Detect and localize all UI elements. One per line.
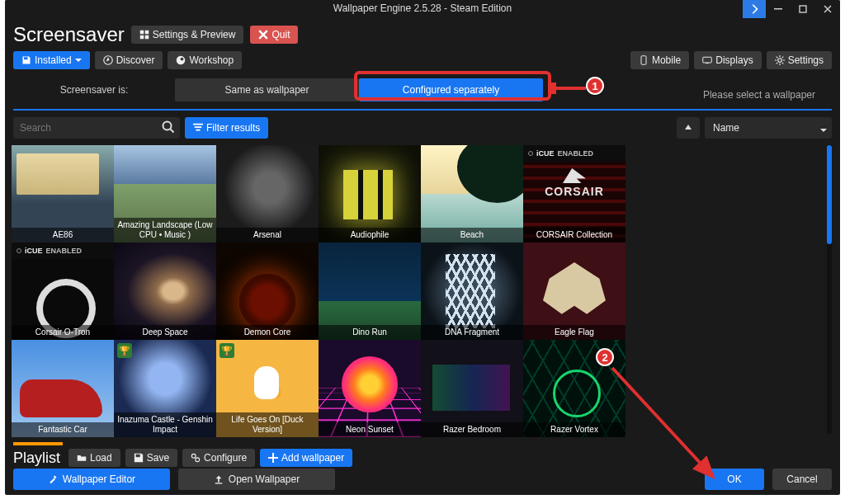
wallpaper-tile[interactable]: Dino Run xyxy=(319,243,421,340)
wallpaper-tile-label: CORSAIR Collection xyxy=(523,228,625,243)
svg-rect-10 xyxy=(641,56,646,65)
wallpaper-tile[interactable]: Razer Bedroom xyxy=(421,340,523,437)
gear-icon xyxy=(775,55,785,65)
wallpaper-tile-label: Arsenal xyxy=(216,228,319,243)
settings-label: Settings xyxy=(788,54,824,66)
settings-button[interactable]: Settings xyxy=(767,51,832,69)
wallpaper-tile[interactable]: 🏆Life Goes On [Duck Version] xyxy=(216,340,319,437)
chevron-down-icon xyxy=(75,57,82,64)
wallpaper-tile-label: DNA Fragment xyxy=(421,325,523,340)
installed-label: Installed xyxy=(35,54,72,66)
maximize-button[interactable] xyxy=(791,0,815,18)
wallpaper-tile[interactable]: Eagle Flag xyxy=(523,243,625,340)
quit-button[interactable]: Quit xyxy=(250,26,298,44)
wallpaper-tile[interactable]: Arsenal xyxy=(216,145,319,243)
wallpaper-tile-label: Life Goes On [Duck Version] xyxy=(216,412,319,437)
close-icon xyxy=(258,30,268,40)
playlist-configure-button[interactable]: Configure xyxy=(182,449,255,467)
wallpaper-tile[interactable]: Demon Core xyxy=(216,243,319,340)
settings-preview-label: Settings & Preview xyxy=(153,29,236,40)
playlist-save-button[interactable]: Save xyxy=(125,449,177,467)
displays-button[interactable]: Displays xyxy=(694,51,761,69)
wallpaper-tile[interactable]: iCUEENABLEDCORSAIRCORSAIR Collection xyxy=(523,145,625,243)
mobile-button[interactable]: Mobile xyxy=(630,51,689,69)
ok-button[interactable]: OK xyxy=(705,469,764,490)
wallpaper-tile-label: AE86 xyxy=(12,228,114,243)
scrollbar-thumb[interactable] xyxy=(827,145,832,244)
close-button[interactable] xyxy=(815,0,840,18)
wallpaper-tile[interactable]: iCUEENABLEDCorsair O-Tron xyxy=(12,243,114,340)
wallpaper-tile-label: Audiophile xyxy=(319,228,421,243)
icue-badge: iCUEENABLED xyxy=(523,145,625,162)
windows-icon xyxy=(139,30,149,40)
playlist-configure-label: Configure xyxy=(204,452,247,464)
workshop-tab[interactable]: Workshop xyxy=(168,51,242,69)
compass-icon xyxy=(103,55,113,65)
wallpaper-tile-label: Demon Core xyxy=(216,325,319,340)
wallpaper-tile[interactable]: Fantastic Car xyxy=(12,340,114,437)
folder-icon xyxy=(77,453,87,463)
open-wallpaper-button[interactable]: Open Wallpaper xyxy=(178,469,335,490)
save-icon xyxy=(134,453,144,463)
playlist-load-button[interactable]: Load xyxy=(68,449,120,467)
screensaver-is-label: Screensaver is: xyxy=(13,84,175,96)
svg-rect-0 xyxy=(774,8,782,10)
sort-direction-button[interactable] xyxy=(677,117,700,139)
mode-same-as-wallpaper[interactable]: Same as wallpaper xyxy=(175,78,359,101)
wallpaper-editor-button[interactable]: Wallpaper Editor xyxy=(13,469,170,490)
cancel-button[interactable]: Cancel xyxy=(772,469,832,490)
wallpaper-tile[interactable]: Amazing Landscape (Low CPU • Music ) xyxy=(114,145,216,243)
svg-rect-1 xyxy=(800,6,806,12)
filter-results-button[interactable]: Filter results xyxy=(185,117,268,139)
gallery: AE86Amazing Landscape (Low CPU • Music )… xyxy=(5,145,832,434)
minimize-button[interactable] xyxy=(766,0,791,18)
svg-rect-18 xyxy=(215,483,223,483)
svg-rect-12 xyxy=(706,63,709,64)
wallpaper-tile[interactable]: Deep Space xyxy=(114,243,216,340)
svg-point-17 xyxy=(196,458,200,462)
wallpaper-tile-label: Deep Space xyxy=(114,325,216,340)
right-pane-empty: Please select a wallpaper xyxy=(703,89,815,101)
wallpaper-tile[interactable]: 🏆Inazuma Castle - Genshin Impact xyxy=(114,340,216,437)
filter-icon xyxy=(193,123,203,133)
wallpaper-tile-label: Dino Run xyxy=(319,325,421,340)
search-input[interactable] xyxy=(13,122,180,134)
wallpaper-tile[interactable]: DNA Fragment xyxy=(421,243,523,340)
playlist-add-wallpaper-button[interactable]: Add wallpaper xyxy=(260,449,352,467)
installed-dropdown[interactable]: Installed xyxy=(13,51,90,69)
mode-configured-separately[interactable]: Configured separately xyxy=(359,78,543,101)
steam-icon xyxy=(176,55,186,65)
settings-preview-button[interactable]: Settings & Preview xyxy=(131,26,244,44)
corsair-logo-text: CORSAIR xyxy=(523,185,625,198)
search-icon[interactable] xyxy=(162,120,175,137)
playlist-title: Playlist xyxy=(13,450,60,467)
wallpaper-tile[interactable]: Neon Sunset xyxy=(319,340,421,437)
discover-label: Discover xyxy=(116,54,155,66)
svg-point-14 xyxy=(163,122,172,130)
gallery-scrollbar[interactable] xyxy=(827,145,832,434)
wallpaper-tile[interactable]: Beach xyxy=(421,145,523,243)
open-wallpaper-label: Open Wallpaper xyxy=(229,473,300,485)
svg-point-13 xyxy=(777,59,781,63)
displays-label: Displays xyxy=(715,54,753,66)
svg-point-16 xyxy=(191,454,196,458)
nav-row: Installed Discover Workshop Mobile Displ… xyxy=(5,49,840,74)
filter-row: Filter results Name xyxy=(5,117,840,139)
annotation-callout-2: 2 xyxy=(596,348,614,366)
trophy-icon: 🏆 xyxy=(117,343,132,358)
svg-rect-3 xyxy=(144,31,149,35)
expand-button[interactable] xyxy=(743,0,766,18)
wallpaper-tile[interactable]: AE86 xyxy=(12,145,114,243)
svg-rect-11 xyxy=(703,57,712,63)
mobile-label: Mobile xyxy=(652,54,681,66)
svg-point-8 xyxy=(177,56,186,65)
window-title: Wallpaper Engine 2.5.28 - Steam Edition xyxy=(5,2,840,14)
wallpaper-tile-label: Amazing Landscape (Low CPU • Music ) xyxy=(114,218,216,243)
wallpaper-tile[interactable]: Audiophile xyxy=(319,145,421,243)
sort-field-dropdown[interactable]: Name xyxy=(705,117,832,139)
discover-tab[interactable]: Discover xyxy=(95,51,163,69)
sort-asc-icon xyxy=(684,124,692,132)
playlist-save-label: Save xyxy=(147,452,169,464)
filter-results-label: Filter results xyxy=(206,122,260,134)
svg-rect-4 xyxy=(139,35,144,40)
